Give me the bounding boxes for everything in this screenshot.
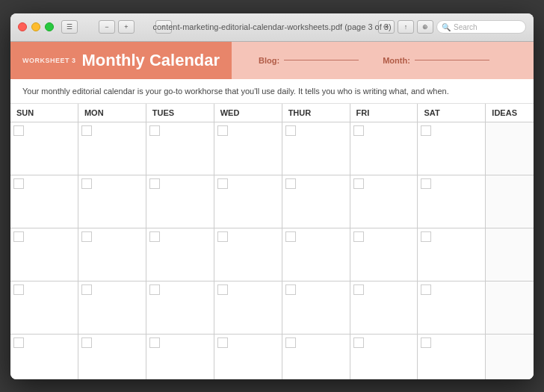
worksheet-fields: Blog: Month: — [232, 42, 534, 79]
minimize-button[interactable] — [31, 22, 40, 31]
header-thur: THUR — [282, 104, 350, 122]
cell-r5-ideas — [486, 335, 534, 379]
close-button[interactable] — [18, 22, 27, 31]
cell-r2-sun — [10, 175, 78, 228]
cell-r4-fri — [350, 281, 418, 334]
zoom-in-button[interactable]: + — [118, 20, 135, 34]
cell-r2-tues — [146, 175, 214, 228]
cell-r3-sat — [418, 228, 486, 281]
blog-label: Blog: — [259, 56, 279, 65]
header-mon: MON — [78, 104, 146, 122]
cell-r4-tues — [146, 281, 214, 334]
maximize-button[interactable] — [45, 22, 54, 31]
cell-r3-ideas — [486, 228, 534, 281]
search-input[interactable]: 🔍 Search — [436, 20, 526, 34]
worksheet-number: WORKSHEET 3 — [22, 57, 76, 64]
cell-r2-mon — [78, 175, 146, 228]
cell-r2-sat — [418, 175, 486, 228]
description-text: Your monthly editorial calendar is your … — [10, 79, 534, 104]
header-fri: FRI — [350, 104, 418, 122]
search-icon: 🔍 — [442, 23, 451, 31]
header-sat: SAT — [418, 104, 486, 122]
cell-r5-sun — [10, 335, 78, 379]
blog-line — [284, 60, 359, 60]
traffic-lights — [18, 22, 54, 31]
cell-r1-fri — [350, 122, 418, 175]
cell-r5-wed — [214, 335, 282, 379]
share2-button[interactable]: ↑ — [398, 20, 414, 34]
month-field-group: Month: — [371, 56, 501, 65]
titlebar-right: ✏ ↑ ⊕ 🔍 Search — [378, 20, 526, 34]
cell-r2-wed — [214, 175, 282, 228]
cell-r1-mon — [78, 122, 146, 175]
calendar: SUN MON TUES WED THUR FRI SAT IDEAS — [10, 104, 534, 379]
cell-r1-sat — [418, 122, 486, 175]
cell-r4-ideas — [486, 281, 534, 334]
cell-r4-mon — [78, 281, 146, 334]
cell-r1-ideas — [486, 122, 534, 175]
worksheet-title: Monthly Calendar — [82, 51, 220, 70]
zoom-out-button[interactable]: − — [99, 20, 115, 34]
cell-r3-wed — [214, 228, 282, 281]
pdf-content: WORKSHEET 3 Monthly Calendar Blog: Month… — [10, 42, 534, 379]
header-tues: TUES — [146, 104, 214, 122]
airdrop-button[interactable]: ⊕ — [417, 20, 433, 34]
cell-r1-tues — [146, 122, 214, 175]
sidebar-toggle-button[interactable]: ☰ — [61, 20, 78, 34]
calendar-header: SUN MON TUES WED THUR FRI SAT IDEAS — [10, 104, 534, 122]
cal-row-2 — [10, 175, 534, 228]
worksheet-header: WORKSHEET 3 Monthly Calendar Blog: Month… — [10, 42, 534, 79]
cell-r5-thur — [282, 335, 350, 379]
cell-r4-sun — [10, 281, 78, 334]
cell-r5-mon — [78, 335, 146, 379]
calendar-body — [10, 122, 534, 379]
cell-r5-sat — [418, 335, 486, 379]
header-wed: WED — [214, 104, 282, 122]
cell-r3-tues — [146, 228, 214, 281]
month-label: Month: — [383, 56, 410, 65]
cal-row-1 — [10, 122, 534, 175]
cell-r3-fri — [350, 228, 418, 281]
cal-row-4 — [10, 281, 534, 335]
cal-row-5 — [10, 335, 534, 379]
cell-r3-mon — [78, 228, 146, 281]
cell-r1-wed — [214, 122, 282, 175]
cell-r3-sun — [10, 228, 78, 281]
app-window: ☰ − + ↑ content-marketing-editorial-cale… — [10, 13, 534, 379]
cell-r4-thur — [282, 281, 350, 334]
cell-r2-ideas — [486, 175, 534, 228]
search-placeholder: Search — [454, 23, 477, 31]
header-sun: SUN — [10, 104, 78, 122]
header-ideas: IDEAS — [486, 104, 534, 122]
cell-r2-thur — [282, 175, 350, 228]
cell-r1-sun — [10, 122, 78, 175]
cell-r4-sat — [418, 281, 486, 334]
cell-r3-thur — [282, 228, 350, 281]
blog-field-group: Blog: — [247, 56, 371, 65]
cell-r5-tues — [146, 335, 214, 379]
titlebar: ☰ − + ↑ content-marketing-editorial-cale… — [10, 13, 534, 42]
worksheet-label-block: WORKSHEET 3 Monthly Calendar — [10, 42, 232, 79]
window-title: content-marketing-editorial-calendar-wor… — [152, 22, 391, 31]
cell-r1-thur — [282, 122, 350, 175]
month-line — [415, 60, 489, 60]
cal-row-3 — [10, 228, 534, 281]
cell-r2-fri — [350, 175, 418, 228]
cell-r4-wed — [214, 281, 282, 334]
cell-r5-fri — [350, 335, 418, 379]
